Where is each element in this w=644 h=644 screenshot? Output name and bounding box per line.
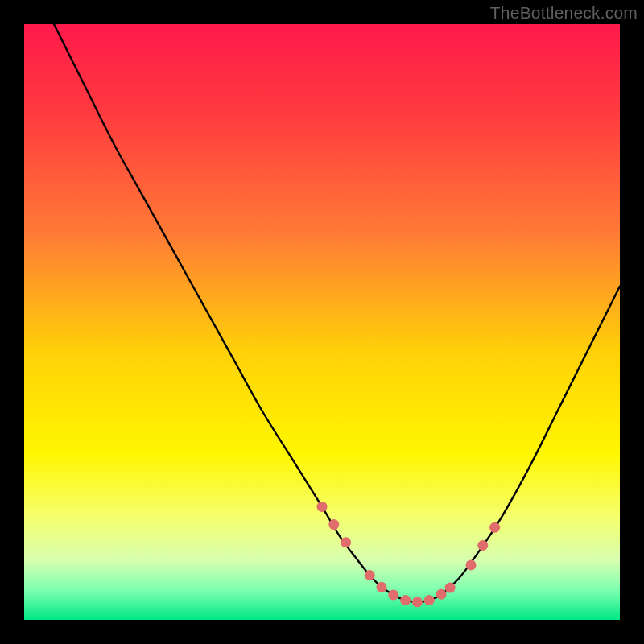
marker-point — [341, 537, 351, 547]
marker-point — [412, 597, 423, 607]
marker-point — [445, 583, 456, 593]
bottleneck-curve — [54, 24, 620, 602]
curve-layer — [24, 24, 620, 620]
watermark-text: TheBottleneck.com — [490, 3, 638, 23]
marker-point — [466, 559, 477, 570]
marker-point — [477, 540, 488, 551]
marker-point — [424, 595, 435, 605]
plot-area — [24, 24, 620, 620]
marker-point — [400, 595, 411, 605]
marker-point — [317, 502, 328, 512]
highlight-markers — [317, 502, 501, 607]
marker-point — [489, 522, 500, 533]
chart-stage: TheBottleneck.com — [0, 0, 644, 644]
marker-point — [436, 589, 447, 600]
marker-point — [377, 582, 387, 592]
marker-point — [365, 570, 375, 580]
marker-point — [328, 519, 339, 530]
marker-point — [388, 589, 398, 600]
